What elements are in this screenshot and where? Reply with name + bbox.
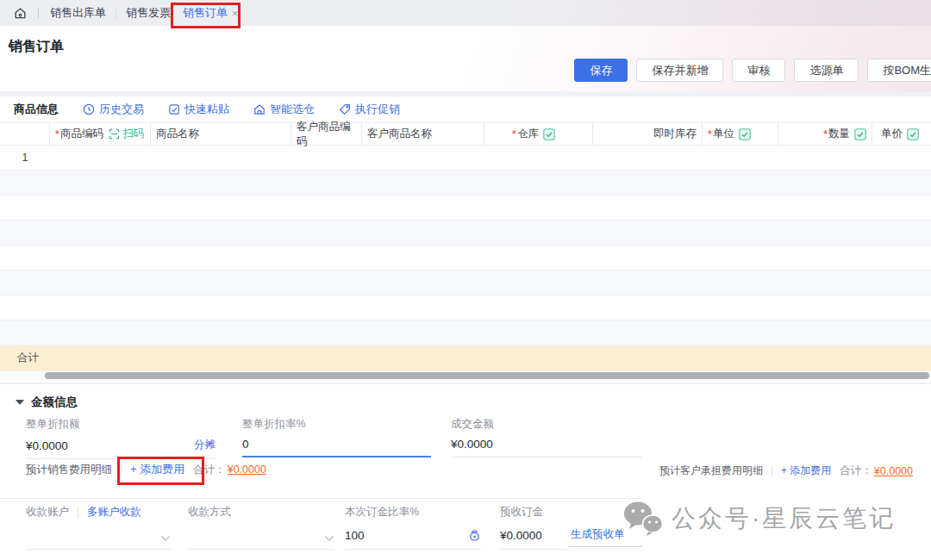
history-trade-label: 历史交易 [99,102,144,117]
receipt-method-select[interactable] [188,527,334,550]
home-icon[interactable] [14,7,27,20]
table-row[interactable] [0,196,931,221]
multi-account-link[interactable]: 多账户收款 [87,505,141,520]
vertical-separator [121,464,122,476]
required-mark: * [708,128,712,140]
amount-section-header[interactable]: 金额信息 [16,395,78,410]
table-row[interactable] [0,221,931,246]
product-code-label: 商品编码 [60,127,103,141]
add-sales-fee-button[interactable]: + 添加费用 [130,462,184,477]
tab-divider [116,8,116,19]
column-header-unit-price: 单价 [872,123,931,145]
collapse-caret-icon [16,400,24,405]
discount-amount-input[interactable]: ¥0.0000 [26,439,68,452]
deposit-rate-label: 本次订金比率% [345,505,481,520]
run-promotion-link[interactable]: 执行促销 [339,102,400,117]
quick-paste-label: 快速粘贴 [184,102,229,117]
scan-icon [109,128,120,140]
column-header-customer-product-name: 客户商品名称 [362,123,484,145]
quick-paste-link[interactable]: 快速粘贴 [168,102,229,117]
paste-check-icon [168,103,180,115]
deposit-field: 预收订金 ¥0.0000 [500,505,567,550]
product-toolbar: 商品信息 历史交易 快速粘贴 智能选仓 执行促销 [0,96,931,122]
save-and-new-button[interactable]: 保存并新增 [636,59,723,82]
price-config-checkbox-icon[interactable] [907,128,919,140]
discount-rate-input[interactable]: 0 [242,438,249,451]
money-bag-icon[interactable] [468,529,481,542]
unit-config-checkbox-icon[interactable] [739,128,751,140]
action-button-row: 保存 保存并新增 审核 选源单 按BOM生 [574,59,931,82]
scrollbar-thumb[interactable] [45,372,929,379]
product-section-title: 商品信息 [14,102,59,117]
sales-fee-row: 预计销售费用明细 + 添加费用 合计： ¥0.0000 [26,462,266,477]
column-header-unit: * 单位 [703,123,778,145]
receipt-account-select[interactable] [26,527,171,550]
deposit-rate-input[interactable]: 100 [345,529,365,542]
promo-tag-icon [339,103,351,115]
customer-fee-total-link[interactable]: ¥0.0000 [874,465,913,477]
link-underline [569,546,642,547]
generate-advance-receipt-link[interactable]: 生成预收单 [571,527,625,542]
product-table-header: * 商品编码 扫码 商品名称 客户商品编码 客户商品名称 * 仓库 [0,122,931,146]
discount-rate-label: 整单折扣率% [242,417,431,432]
audit-button[interactable]: 审核 [732,59,785,82]
receipt-account-field: 收款账户 多账户收款 [26,505,171,550]
order-discount-rate-field: 整单折扣率% 0 [242,417,431,457]
product-info-card: 商品信息 历史交易 快速粘贴 智能选仓 执行促销 [0,96,931,383]
scan-code-label: 扫码 [122,127,144,141]
page-header: 销售订单 保存 保存并新增 审核 选源单 按BOM生 [0,26,931,91]
chevron-down-icon [160,535,171,542]
topbar-divider [38,8,39,19]
column-header-realtime-stock: 即时库存 [593,123,703,145]
required-mark: * [823,128,828,140]
table-row[interactable] [0,296,931,320]
tab-sales-invoice[interactable]: 销售发票 [126,5,171,21]
deposit-rate-field: 本次订金比率% 100 [345,505,481,550]
by-bom-button[interactable]: 按BOM生 [867,59,931,82]
smart-warehouse-label: 智能选仓 [270,102,315,117]
section-divider [0,498,642,499]
column-header-customer-product-code: 客户商品编码 [291,123,362,145]
tab-sales-outbound[interactable]: 销售出库单 [50,5,106,21]
tab-sales-order[interactable]: 销售订单 [183,5,228,21]
table-row[interactable]: 1 [0,146,931,171]
receipt-method-field: 收款方式 [188,505,334,550]
save-button[interactable]: 保存 [574,59,628,82]
required-mark: * [55,128,59,140]
table-row[interactable] [0,246,931,271]
table-row[interactable] [0,171,931,196]
close-icon[interactable]: × [232,7,239,20]
apportion-link[interactable]: 分摊 [194,438,216,452]
smart-warehouse-link[interactable]: 智能选仓 [253,102,315,117]
deposit-value: ¥0.0000 [500,529,542,542]
quantity-config-checkbox-icon[interactable] [854,128,866,140]
table-row[interactable] [0,271,931,296]
deal-amount-value: ¥0.0000 [451,438,493,451]
required-mark: * [512,128,516,140]
warehouse-icon [253,103,266,115]
sales-fee-total-link[interactable]: ¥0.0000 [228,464,266,476]
column-header-product-name: 商品名称 [151,123,291,145]
table-row[interactable] [0,320,931,345]
receipt-method-label: 收款方式 [188,505,334,520]
wechat-icon [622,501,664,537]
scan-code-link[interactable]: 扫码 [109,127,144,141]
deal-amount-label: 成交金额 [451,417,642,432]
amount-section-title: 金额信息 [31,395,78,410]
page-title: 销售订单 [9,38,64,56]
customer-fee-label: 预计客户承担费用明细 [659,464,763,478]
clock-icon [83,103,95,115]
select-source-button[interactable]: 选源单 [794,59,859,82]
history-trade-link[interactable]: 历史交易 [83,102,144,117]
column-header-quantity: * 数量 [778,123,872,145]
column-header-rownum [0,123,50,145]
sales-fee-total-label: 合计： [193,463,226,477]
top-tab-bar: 销售出库单 销售发票 销售订单 × [0,0,931,26]
watermark-text: 公众号·星辰云笔记 [672,502,896,535]
customer-fee-row: 预计客户承担费用明细 + 添加费用 合计： ¥0.0000 [659,464,913,478]
run-promotion-label: 执行促销 [355,102,400,117]
add-customer-fee-button[interactable]: + 添加费用 [781,464,831,478]
deal-amount-field: 成交金额 ¥0.0000 [451,417,642,457]
warehouse-config-checkbox-icon[interactable] [543,128,555,140]
column-header-warehouse: * 仓库 [484,123,593,145]
